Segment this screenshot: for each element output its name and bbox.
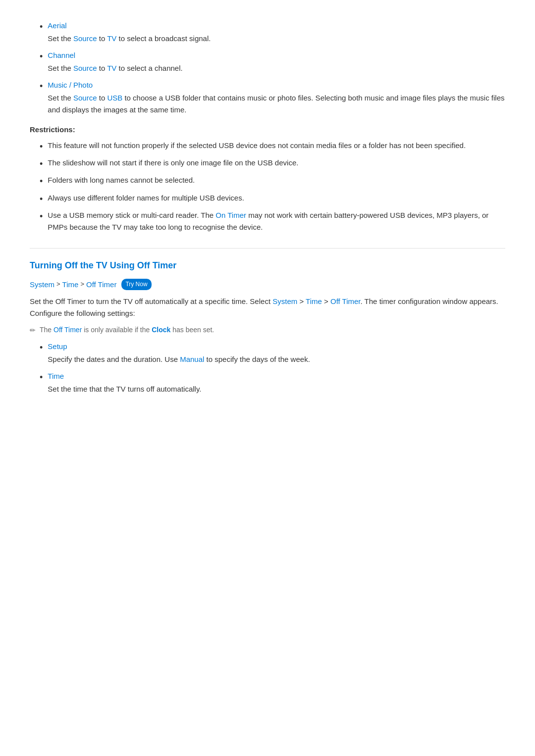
restriction-item-2: • The slideshow will not start if there … [40,157,505,170]
restriction-text-1: This feature will not function properly … [48,140,505,151]
restriction-dot-2: • [40,158,43,170]
time-dot: • [40,371,43,384]
intro-system-link[interactable]: System [272,297,297,305]
aerial-desc-mid: to [97,34,107,43]
bullet-dot-music-photo: • [40,80,43,93]
setup-description: Specify the dates and the duration. Use … [48,353,505,365]
on-timer-link[interactable]: On Timer [215,211,246,219]
music-desc-pre: Set the [48,94,73,102]
time-item: • Time Set the time that the TV turns of… [40,370,505,395]
note-pre: The [40,326,54,334]
time-title[interactable]: Time [48,370,505,382]
channel-tv-link[interactable]: TV [107,64,116,72]
aerial-content: Aerial Set the Source to TV to select a … [48,20,505,45]
aerial-tv-link[interactable]: TV [107,34,116,43]
setup-dot: • [40,342,43,354]
section-divider [30,248,505,249]
restriction-item-3: • Folders with long names cannot be sele… [40,174,505,188]
channel-desc-mid: to [97,64,107,72]
restriction-text-4: Always use different folder names for mu… [48,192,505,204]
restriction-dot-5: • [40,210,43,223]
photo-title[interactable]: Photo [73,81,93,89]
try-now-badge[interactable]: Try Now [121,279,151,290]
setup-desc-pre: Specify the dates and the duration. Use [48,355,180,363]
intro-arrow1: > [297,297,306,305]
intro-arrow2: > [322,297,330,305]
sub-bullet-list: • Setup Specify the dates and the durati… [40,341,505,395]
aerial-source-link[interactable]: Source [73,34,97,43]
channel-content: Channel Set the Source to TV to select a… [48,50,505,74]
note-off-timer-link[interactable]: Off Timer [54,326,82,334]
note-line: ✏ The Off Timer is only available if the… [30,324,505,336]
aerial-desc-pre: Set the [48,34,73,43]
intro-pre: Set the Off Timer to turn the TV off aut… [30,297,272,305]
note-post: has been set. [170,326,214,334]
restrictions-heading: Restrictions: [30,124,505,136]
restriction-dot-1: • [40,141,43,153]
setup-item: • Setup Specify the dates and the durati… [40,341,505,365]
music-title[interactable]: Music [48,81,67,89]
restriction-item-5: • Use a USB memory stick or multi-card r… [40,209,505,233]
music-photo-description: Set the Source to USB to choose a USB fo… [48,92,505,116]
off-timer-intro: Set the Off Timer to turn the TV off aut… [30,296,505,319]
breadcrumb-off-timer[interactable]: Off Timer [86,279,116,291]
channel-desc-pre: Set the [48,64,73,72]
bullet-dot-channel: • [40,50,43,63]
setup-manual-link[interactable]: Manual [180,355,204,363]
restriction-text-3: Folders with long names cannot be select… [48,174,505,186]
off-timer-heading: Turning Off the TV Using Off Timer [30,258,505,273]
restriction-dot-4: • [40,193,43,205]
time-description: Set the time that the TV turns off autom… [48,383,505,395]
note-mid: is only available if the [82,326,152,334]
restrictions-list: • This feature will not function properl… [40,140,505,233]
music-source-link[interactable]: Source [73,94,97,102]
restriction-item-4: • Always use different folder names for … [40,192,505,205]
breadcrumb-line: System > Time > Off Timer Try Now [30,279,505,291]
time-content: Time Set the time that the TV turns off … [48,370,505,395]
breadcrumb-arrow-1: > [56,279,60,290]
intro-time-link[interactable]: Time [306,297,322,305]
music-photo-content: Music / Photo Set the Source to USB to c… [48,79,505,116]
music-photo-item: • Music / Photo Set the Source to USB to… [40,79,505,116]
channel-item: • Channel Set the Source to TV to select… [40,50,505,74]
setup-title[interactable]: Setup [48,341,505,353]
setup-content: Setup Specify the dates and the duration… [48,341,505,365]
aerial-title[interactable]: Aerial [48,21,66,30]
pencil-icon: ✏ [30,325,36,336]
music-usb-link[interactable]: USB [107,94,122,102]
breadcrumb-system[interactable]: System [30,279,54,291]
setup-desc-post: to specify the days of the week. [204,355,310,363]
breadcrumb-time[interactable]: Time [62,279,79,291]
music-photo-separator: / [67,81,73,89]
aerial-description: Set the Source to TV to select a broadca… [48,33,505,45]
bullet-dot-aerial: • [40,21,43,33]
restriction-text-5: Use a USB memory stick or multi-card rea… [48,209,505,233]
note-clock-link[interactable]: Clock [152,326,170,334]
note-text: The Off Timer is only available if the C… [40,324,214,335]
restriction-item-1: • This feature will not function properl… [40,140,505,153]
music-desc-mid: to [97,94,107,102]
channel-desc-post: to select a channel. [116,64,182,72]
aerial-item: • Aerial Set the Source to TV to select … [40,20,505,45]
restriction-dot-3: • [40,175,43,188]
breadcrumb-arrow-2: > [80,279,84,290]
aerial-desc-post: to select a broadcast signal. [116,34,211,43]
channel-title[interactable]: Channel [48,51,75,59]
restriction-text-2: The slideshow will not start if there is… [48,157,505,169]
channel-source-link[interactable]: Source [73,64,97,72]
channel-description: Set the Source to TV to select a channel… [48,62,505,74]
intro-off-timer-link[interactable]: Off Timer [330,297,361,305]
